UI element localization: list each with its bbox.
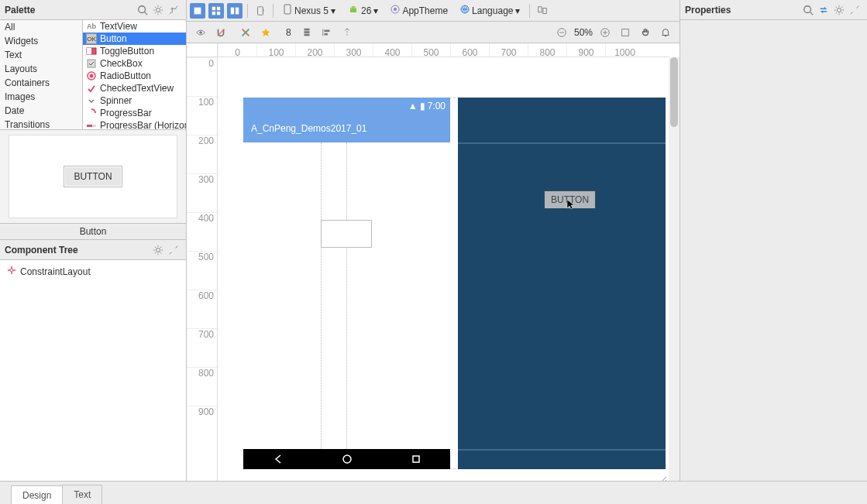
constraint-toolbar: 8 50% (187, 22, 679, 43)
left-panel: Palette All Widgets Text Layouts (0, 0, 187, 481)
blueprint-canvas[interactable]: BUTTON (458, 98, 666, 469)
clear-constraints-icon[interactable] (238, 25, 253, 40)
checkedtextview-icon (86, 83, 97, 94)
palette-item-textview[interactable]: Ab TextView (83, 20, 186, 33)
collapse-icon[interactable] (847, 2, 862, 18)
search-icon[interactable] (135, 2, 150, 18)
palette-cat[interactable]: All (0, 20, 82, 34)
expand-icon[interactable] (166, 2, 181, 18)
design-surface[interactable]: 01002003004005006007008009001000 0100200… (187, 43, 679, 481)
svg-rect-37 (324, 33, 327, 35)
design-body[interactable] (243, 142, 450, 449)
palette-items: Ab TextView OK Button ToggleButton Check… (83, 20, 186, 129)
design-view-icon[interactable] (190, 3, 205, 19)
palette-cat[interactable]: Widgets (0, 34, 82, 48)
svg-rect-44 (622, 29, 629, 36)
palette-item-progressbar-horizontal[interactable]: ProgressBar (Horizontal) (83, 119, 186, 129)
svg-rect-36 (324, 29, 329, 32)
status-bar: ▲ ▮ 7:00 (243, 98, 450, 115)
both-view-icon[interactable] (227, 3, 243, 19)
expand-icon[interactable] (166, 242, 181, 258)
svg-rect-27 (543, 8, 546, 13)
eye-icon[interactable] (193, 25, 208, 40)
theme-selector[interactable]: AppTheme (386, 2, 452, 19)
placeholder-widget[interactable] (321, 220, 372, 248)
svg-rect-47 (413, 456, 419, 462)
svg-point-28 (199, 31, 202, 34)
gear-icon[interactable] (150, 2, 166, 18)
guide-left (321, 142, 322, 449)
svg-point-10 (156, 248, 160, 252)
palette-cat[interactable]: Images (0, 90, 82, 104)
svg-line-1 (145, 12, 148, 15)
properties-body (680, 20, 867, 26)
gear-icon[interactable] (831, 2, 847, 18)
design-canvas[interactable]: ▲ ▮ 7:00 A_CnPeng_Demos2017_01 (243, 98, 450, 469)
palette-cat[interactable]: Containers (0, 76, 82, 90)
device-selector[interactable]: Nexus 5 ▾ (278, 2, 340, 19)
svg-rect-34 (304, 33, 309, 36)
variants-icon[interactable] (535, 3, 550, 19)
locale-selector[interactable]: Language ▾ (456, 2, 525, 19)
palette-categories: All Widgets Text Layouts Containers Imag… (0, 20, 83, 129)
magnet-icon[interactable] (213, 25, 229, 40)
ruler-vertical: 0100200300400500600700800900 (187, 57, 218, 481)
svg-rect-20 (284, 5, 291, 14)
svg-rect-13 (212, 6, 215, 9)
preview-button[interactable]: BUTTON (64, 166, 122, 187)
svg-point-22 (354, 7, 356, 9)
palette-item-radiobutton[interactable]: RadioButton (83, 70, 186, 82)
align-icon[interactable] (319, 25, 335, 40)
bell-icon[interactable] (658, 25, 673, 40)
resize-grip[interactable] (658, 475, 667, 481)
recents-icon (411, 454, 421, 465)
swap-icon[interactable] (816, 2, 831, 18)
chevron-down-icon: ▾ (373, 5, 378, 16)
device-icon (283, 4, 292, 17)
palette-cat[interactable]: Text (0, 48, 82, 62)
pack-icon[interactable] (299, 25, 315, 40)
api-selector[interactable]: 26 ▾ (343, 2, 383, 19)
svg-point-46 (343, 455, 351, 463)
component-tree-item[interactable]: ConstraintLayout (6, 263, 180, 279)
palette-cat[interactable]: Date (0, 104, 82, 118)
palette-item-checkedtextview[interactable]: CheckedTextView (83, 82, 186, 94)
palette-item-label: Button (100, 33, 127, 44)
preview-caption: Button (0, 223, 186, 240)
guideline-icon[interactable] (339, 25, 355, 40)
palette-item-label: RadioButton (100, 70, 151, 81)
theme-label: AppTheme (402, 5, 448, 16)
palette-item-spinner[interactable]: Spinner (83, 94, 186, 107)
vertical-scrollbar[interactable] (669, 57, 679, 481)
blueprint-guide (458, 142, 666, 144)
svg-line-48 (659, 477, 666, 481)
progressbar-horizontal-icon (86, 120, 97, 129)
tab-design[interactable]: Design (11, 485, 63, 504)
app-title: A_CnPeng_Demos2017_01 (251, 123, 366, 134)
zoom-in-icon[interactable] (597, 25, 613, 40)
separator (273, 4, 274, 18)
scrollbar-thumb[interactable] (670, 57, 678, 127)
default-margin[interactable]: 8 (283, 27, 294, 38)
palette-title: Palette (5, 5, 135, 15)
orientation-icon[interactable] (253, 3, 268, 19)
palette-item-progressbar[interactable]: ProgressBar (83, 107, 186, 119)
zoom-out-icon[interactable] (554, 25, 569, 40)
properties-title: Properties (685, 5, 800, 15)
palette-item-togglebutton[interactable]: ToggleButton (83, 45, 186, 57)
palette-cat[interactable]: Transitions (0, 118, 82, 129)
infer-constraints-icon[interactable] (258, 25, 274, 40)
viewport: ▲ ▮ 7:00 A_CnPeng_Demos2017_01 (218, 57, 669, 481)
palette-item-checkbox[interactable]: CheckBox (83, 57, 186, 70)
tab-text[interactable]: Text (62, 485, 102, 504)
blueprint-view-icon[interactable] (208, 3, 224, 19)
theme-icon (390, 5, 400, 16)
zoom-fit-icon[interactable] (618, 25, 633, 40)
chevron-down-icon: ▾ (515, 5, 520, 16)
search-icon[interactable] (800, 2, 816, 18)
palette-cat[interactable]: Layouts (0, 62, 82, 76)
palette-item-button[interactable]: OK Button (83, 33, 186, 45)
app-bar: A_CnPeng_Demos2017_01 (243, 115, 450, 142)
gear-icon[interactable] (150, 242, 166, 258)
pan-icon[interactable] (638, 25, 653, 40)
